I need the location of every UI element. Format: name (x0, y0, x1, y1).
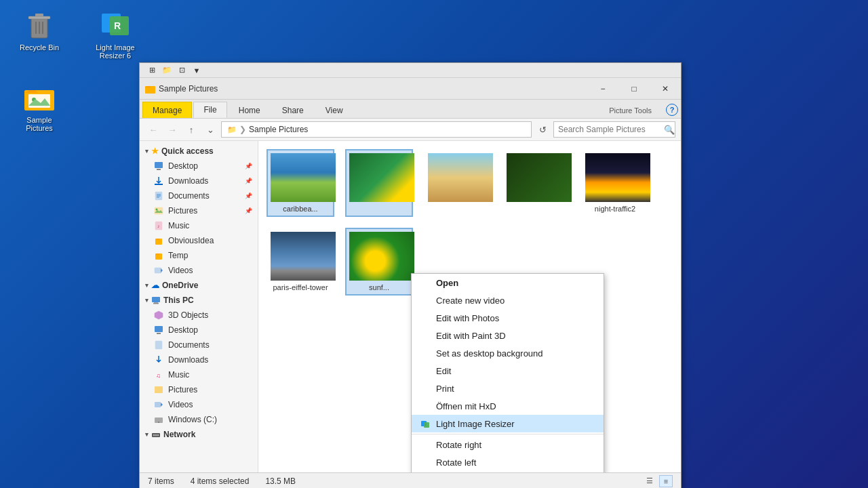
tab-file[interactable]: File (193, 102, 226, 118)
file-item-desert[interactable] (424, 149, 492, 217)
sidebar-section-quick-access[interactable]: ▾ ★ Quick access (140, 144, 258, 159)
ribbon-help-btn[interactable]: ? (666, 104, 678, 116)
desktop-qa-label: Desktop (168, 161, 198, 171)
svg-rect-36 (155, 386, 163, 393)
sidebar-item-documents-pc[interactable]: Documents (140, 338, 258, 352)
cm-item-create-new-video[interactable]: Create new video (412, 291, 604, 309)
svg-rect-34 (155, 341, 162, 349)
documents-qa-label: Documents (168, 191, 210, 201)
cm-edit-photos-label: Edit with Photos (436, 313, 499, 323)
cm-item-edit-with-paint3d[interactable]: Edit with Paint 3D (412, 327, 604, 344)
sample-pictures-label: Sample Pictures (15, 116, 64, 132)
sidebar-item-documents-qa[interactable]: Documents 📌 (140, 188, 258, 203)
file-item-paris-eiffel-tower[interactable]: paris-eiffel-tower (267, 228, 334, 296)
qa-new-folder-btn[interactable]: 📁 (160, 64, 174, 77)
tab-share[interactable]: Share (272, 102, 314, 118)
file-thumb-chrysanthemum (349, 153, 414, 202)
svg-text:♫: ♫ (156, 372, 161, 379)
sidebar-item-pictures-qa[interactable]: Pictures 📌 (140, 203, 258, 218)
downloads-pc-icon (153, 354, 164, 365)
cm-item-open[interactable]: Open (412, 274, 604, 291)
file-item-chrysanthemum[interactable] (345, 149, 413, 217)
folder-title-icon (145, 83, 156, 94)
sidebar-item-videos-pc[interactable]: Videos (140, 397, 258, 412)
cm-item-rotate-left[interactable]: Rotate left (412, 453, 604, 471)
qa-dropdown-btn[interactable]: ▼ (190, 64, 203, 77)
cm-item-light-image-resizer[interactable]: Light Image Resizer (412, 415, 604, 432)
sidebar-item-downloads-qa[interactable]: Downloads 📌 (140, 174, 258, 188)
desktop-icon-sample-pictures[interactable]: Sample Pictures (12, 78, 66, 135)
cm-edit-label: Edit (436, 366, 451, 376)
maximize-btn[interactable]: □ (618, 78, 650, 100)
file-item-ferns[interactable] (502, 149, 570, 217)
sidebar-section-onedrive[interactable]: ▾ ☁ OneDrive (140, 278, 258, 293)
recycle-bin-label: Recycle Bin (15, 43, 64, 52)
search-box: 🔍 (553, 121, 675, 138)
search-btn[interactable]: 🔍 (664, 121, 675, 138)
sidebar-item-videos-qa[interactable]: Videos (140, 263, 258, 278)
sidebar-section-network[interactable]: ▾ Network (140, 427, 258, 442)
sidebar-item-desktop-qa[interactable]: Desktop 📌 (140, 159, 258, 174)
3d-objects-icon (153, 310, 164, 321)
tab-view[interactable]: View (315, 102, 353, 118)
view-details-btn[interactable]: ≡ (659, 475, 673, 487)
file-item-sunflowers[interactable]: sunf... (345, 228, 413, 296)
ribbon: Manage File Home Share View Picture Tool… (140, 100, 681, 119)
desktop-icon-recycle-bin[interactable]: Recycle Bin (12, 5, 66, 54)
nav-forward-btn[interactable]: → (164, 121, 180, 138)
svg-point-43 (155, 434, 157, 436)
qa-properties-btn[interactable]: ⊞ (145, 64, 159, 77)
svg-rect-26 (155, 268, 161, 273)
cm-item-edit[interactable]: Edit (412, 362, 604, 380)
search-input[interactable] (554, 125, 664, 134)
cm-item-edit-with-photos[interactable]: Edit with Photos (412, 309, 604, 327)
tab-home[interactable]: Home (229, 102, 271, 118)
pin-icon-desktop: 📌 (245, 163, 252, 169)
pictures-pc-icon (153, 384, 164, 395)
file-name-caribbean: caribbea... (271, 205, 330, 213)
file-thumb-night (585, 153, 650, 202)
desktop-qa-icon (153, 161, 164, 171)
svg-rect-13 (155, 162, 163, 168)
cm-resizer-icon (420, 418, 431, 429)
3d-objects-label: 3D Objects (168, 310, 208, 320)
refresh-btn[interactable]: ↺ (534, 121, 551, 138)
cm-item-open-hxd[interactable]: Öffnen mit HxD (412, 397, 604, 415)
desktop-icon-light-image-resizer[interactable]: R Light Image Resizer 6 (88, 5, 142, 62)
desktop: Recycle Bin R Light Image Resizer 6 Samp… (0, 0, 868, 488)
sidebar-item-downloads-pc[interactable]: Downloads (140, 352, 258, 367)
cm-item-rotate-right[interactable]: Rotate right (412, 436, 604, 453)
sidebar-item-pictures-pc[interactable]: Pictures (140, 382, 258, 397)
file-item-night-traffic2[interactable]: night-traffic2 (581, 149, 649, 217)
address-path[interactable]: 📁 ❯ Sample Pictures (221, 121, 532, 138)
title-bar-controls: − □ ✕ (587, 78, 681, 100)
sidebar-item-music-qa[interactable]: ♪ Music (140, 218, 258, 233)
sidebar-item-windows-c[interactable]: Windows (C:) (140, 412, 258, 427)
nav-recent-btn[interactable]: ⌄ (202, 121, 218, 138)
pin-icon-pictures: 📌 (245, 207, 252, 214)
nav-up-btn[interactable]: ↑ (183, 121, 199, 138)
view-large-icons-btn[interactable]: ☰ (643, 475, 656, 487)
sidebar-item-temp-qa[interactable]: Temp (140, 248, 258, 263)
file-item-caribbean[interactable]: caribbea... (267, 149, 334, 217)
cm-hxd-label: Öffnen mit HxD (436, 401, 496, 411)
qa-copy-btn[interactable]: ⊡ (175, 64, 189, 77)
light-image-resizer-label: Light Image Resizer 6 (91, 43, 140, 60)
sidebar-item-music-pc[interactable]: ♫ Music (140, 367, 258, 382)
cm-rotate-right-icon (420, 439, 431, 450)
tab-manage[interactable]: Manage (142, 102, 192, 118)
sidebar-item-desktop-pc[interactable]: Desktop (140, 323, 258, 338)
svg-rect-28 (152, 297, 160, 302)
sidebar-item-3d-objects[interactable]: 3D Objects (140, 308, 258, 323)
music-pc-label: Music (168, 370, 189, 380)
svg-rect-46 (424, 422, 429, 428)
cm-item-print[interactable]: Print (412, 380, 604, 397)
pin-icon-downloads: 📌 (245, 178, 252, 184)
minimize-btn[interactable]: − (587, 78, 618, 100)
pictures-pc-label: Pictures (168, 385, 197, 394)
cm-item-set-as-desktop-bg[interactable]: Set as desktop background (412, 344, 604, 362)
nav-back-btn[interactable]: ← (145, 121, 161, 138)
sidebar-item-obviousidea-qa[interactable]: ObviousIdea (140, 233, 258, 248)
close-btn[interactable]: ✕ (650, 78, 681, 100)
sidebar-section-this-pc[interactable]: ▾ This PC (140, 293, 258, 308)
